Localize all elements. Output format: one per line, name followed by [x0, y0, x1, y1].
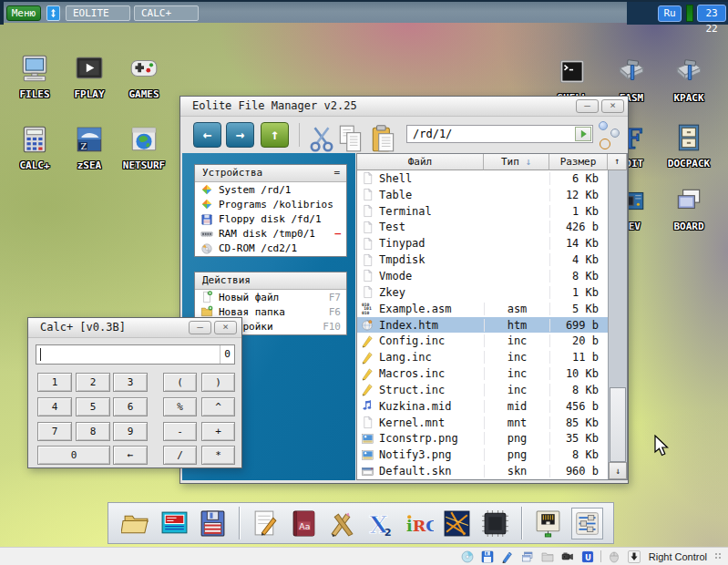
up-button[interactable]: ↑: [261, 122, 289, 148]
dock-item-cpu-monitor[interactable]: [480, 508, 510, 539]
calc-key-9[interactable]: 9: [113, 422, 148, 441]
statusbar-item-cd-drive[interactable]: [460, 550, 475, 564]
window-switch-button[interactable]: [46, 5, 60, 21]
calc-key-0[interactable]: 0: [37, 446, 110, 465]
calc-close-button[interactable]: ×: [214, 321, 237, 334]
dock-item-dictionary[interactable]: Aa: [289, 508, 319, 539]
unmount-button[interactable]: –: [334, 228, 341, 240]
taskbar-window-calc[interactable]: CALC+: [134, 5, 199, 21]
desktop-icon-docpack[interactable]: DOCPACK: [663, 122, 714, 170]
file-row-kuzkina-mid[interactable]: Kuzkina.midmid456 b: [357, 398, 608, 415]
calc-key-7[interactable]: 7: [37, 422, 72, 441]
statusbar-item-save[interactable]: [480, 550, 495, 564]
desktop-icon-games[interactable]: GAMES: [118, 53, 169, 100]
file-row-shell[interactable]: Shell6 Kb: [357, 170, 608, 187]
desktop-icon-netsurf[interactable]: NETSURF: [118, 124, 169, 171]
calc-key-multiply[interactable]: *: [201, 446, 235, 465]
desktop-icon-board[interactable]: BOARD: [663, 185, 714, 232]
calc-key-open-paren[interactable]: (: [163, 373, 197, 392]
resize-grip[interactable]: [714, 552, 723, 560]
back-button[interactable]: ←: [193, 122, 221, 148]
scroll-down-button[interactable]: ↓: [609, 462, 627, 479]
calc-key-power[interactable]: ^: [201, 397, 235, 416]
dock-item-settings[interactable]: [571, 508, 603, 539]
eolite-titlebar[interactable]: Eolite File Manager v2.25 – ×: [180, 97, 628, 117]
gray-ball-button[interactable]: [610, 128, 620, 138]
file-row-config-inc[interactable]: Config.incinc20 b: [357, 333, 608, 349]
taskbar-window-eolite[interactable]: EOLITE: [66, 5, 130, 21]
calc-key-2[interactable]: 2: [76, 373, 110, 392]
desktop-icon-fplay[interactable]: FPLAY: [64, 53, 115, 100]
scrollbar-track[interactable]: ↓: [608, 170, 627, 479]
language-indicator[interactable]: Ru: [658, 5, 682, 22]
calc-titlebar[interactable]: Calc+ [v0.3B] – ×: [28, 318, 241, 338]
calc-key-6[interactable]: 6: [113, 397, 148, 416]
devices-menu-button[interactable]: =: [333, 165, 340, 181]
file-row-example-asm[interactable]: 010101010Example.asmasm5 Kb: [357, 301, 608, 317]
desktop-icon-files[interactable]: FILES: [9, 53, 60, 100]
dock-item-graphics-editor[interactable]: [327, 508, 357, 539]
file-row-index-htm[interactable]: Index.htmhtm699 b: [357, 317, 608, 334]
calc-key-plus[interactable]: +: [201, 422, 235, 441]
file-row-notify3-png[interactable]: Notify3.pngpng8 Kb: [357, 447, 608, 463]
forward-button[interactable]: →: [226, 122, 254, 148]
dock-item-file-manager[interactable]: [121, 508, 151, 539]
calc-key-minus[interactable]: -: [163, 422, 197, 441]
device-item-system-rd-1[interactable]: System /rd/1: [195, 182, 346, 197]
desktop-icon-zsea[interactable]: ZzSEA: [64, 124, 115, 171]
blue-ball-button[interactable]: [599, 121, 608, 130]
scroll-up-button[interactable]: ↑: [608, 154, 627, 170]
calc-key-close-paren[interactable]: ): [201, 373, 235, 392]
file-row-struct-inc[interactable]: Struct.incinc8 Kb: [357, 382, 608, 398]
dock-item-text-editor[interactable]: [251, 508, 281, 539]
dock-item-floppy-tool[interactable]: [198, 508, 228, 539]
calc-key-divide[interactable]: /: [163, 446, 197, 465]
file-row-kernel-mnt[interactable]: Kernel.mntmnt85 Kb: [357, 415, 608, 431]
calc-minimize-button[interactable]: –: [189, 321, 211, 334]
cut-button[interactable]: [306, 123, 330, 147]
dock-item-lines-game[interactable]: [442, 508, 472, 539]
action-item-[interactable]: Новый файлF7: [195, 290, 346, 304]
dock-item-irc-client[interactable]: iRC: [404, 508, 434, 539]
close-button[interactable]: ×: [601, 99, 624, 113]
statusbar-item-folder[interactable]: [540, 550, 555, 564]
file-row-terminal[interactable]: Terminal1 Kb: [357, 203, 608, 220]
statusbar-item-pen[interactable]: [500, 550, 515, 564]
desktop-icon-calc[interactable]: CALC+: [9, 124, 60, 171]
go-button[interactable]: [575, 127, 591, 141]
statusbar-item-camera[interactable]: [560, 550, 575, 564]
calc-key-4[interactable]: 4: [37, 397, 72, 416]
path-input[interactable]: /rd/1/: [406, 125, 593, 143]
paste-button[interactable]: [368, 123, 392, 147]
clock[interactable]: 23 22: [697, 5, 726, 22]
calc-key-1[interactable]: 1: [37, 373, 72, 392]
file-row-tinypad[interactable]: Tinypad14 Kb: [357, 235, 608, 252]
cpu-load-indicator[interactable]: [686, 5, 693, 22]
device-item-floppy-disk-fd-1[interactable]: Floppy disk /fd/1: [195, 211, 346, 226]
device-item-programs-kolibrios[interactable]: Programs /kolibrios: [195, 197, 346, 211]
dock-item-system-monitor[interactable]: [159, 508, 190, 539]
file-row-macros-inc[interactable]: Macros.incinc10 Kb: [357, 365, 608, 382]
file-row-default-skn[interactable]: Default.sknskn960 b: [357, 463, 608, 479]
calc-display-input[interactable]: 0: [36, 344, 235, 365]
file-row-table[interactable]: Table12 Kb: [357, 187, 608, 203]
statusbar-item-mouse[interactable]: [607, 550, 621, 564]
statusbar-item-usb[interactable]: U: [580, 550, 595, 564]
statusbar-item-keyboard-layout-switch[interactable]: [627, 550, 641, 564]
calc-key-5[interactable]: 5: [76, 397, 110, 416]
copy-button[interactable]: [335, 123, 359, 147]
column-header-type[interactable]: Тип ↓: [484, 154, 549, 170]
start-menu-button[interactable]: Меню: [6, 5, 41, 21]
dock-item-network[interactable]: [533, 508, 563, 539]
dock-item-games[interactable]: X2: [365, 508, 395, 539]
file-row-iconstrp-png[interactable]: Iconstrp.pngpng35 Kb: [357, 431, 608, 447]
scrollbar-thumb[interactable]: [610, 387, 626, 462]
file-row-lang-inc[interactable]: Lang.incinc11 b: [357, 349, 608, 365]
column-header-name[interactable]: Файл: [357, 154, 484, 170]
desktop-icon-kpack[interactable]: KPACK: [663, 56, 714, 104]
file-row-tmpdisk[interactable]: Tmpdisk4 Kb: [357, 252, 608, 268]
device-item-cd-rom-cd2-1[interactable]: CD-ROM /cd2/1: [195, 241, 346, 256]
minimize-button[interactable]: –: [576, 99, 599, 113]
calc-key-backspace[interactable]: ←: [113, 446, 148, 465]
file-row-zkey[interactable]: Zkey1 Kb: [357, 284, 608, 301]
